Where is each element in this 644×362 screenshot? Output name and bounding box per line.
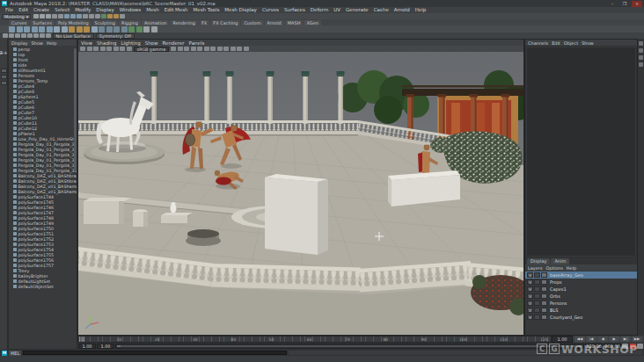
cube-icon[interactable] — [17, 26, 23, 33]
menu-item[interactable]: Curves — [260, 7, 282, 13]
super-ellipse-icon[interactable] — [69, 26, 75, 33]
layer-visibility-toggle[interactable]: V — [527, 279, 533, 286]
shadows-display-icon[interactable] — [113, 47, 119, 52]
channel-box-panel[interactable]: ChannelsEditObjectShow DisplayAnim Layer… — [524, 39, 638, 336]
layer-visibility-toggle[interactable]: V — [527, 286, 533, 293]
step-back-key-button[interactable]: |◀ — [586, 337, 596, 343]
film-gate-icon[interactable] — [223, 47, 229, 52]
layer-playback-toggle[interactable] — [534, 279, 540, 286]
wireframe-icon[interactable] — [9, 33, 14, 39]
symmetry-selector[interactable]: Symmetry: Off — [96, 33, 135, 39]
viewport-menu-item[interactable]: Panels — [189, 40, 205, 46]
sphere-icon[interactable] — [9, 26, 15, 33]
viewport-menu-item[interactable]: Renderer — [162, 40, 184, 46]
menu-item[interactable]: Arnold — [392, 7, 413, 13]
bevel-icon[interactable] — [136, 26, 143, 33]
step-back-frame-button[interactable]: ◀ — [597, 337, 608, 343]
screen-space-ao-icon[interactable] — [40, 33, 45, 39]
live-surface-selector[interactable]: No Live Surface — [53, 33, 94, 39]
make-live-icon[interactable] — [101, 14, 106, 19]
shaded-icon[interactable] — [15, 33, 20, 39]
render-view-icon[interactable] — [107, 14, 113, 19]
outliner-item[interactable]: Balcony_DAZ_v01_BAShbranch_2012 — [9, 178, 77, 184]
animation-end-field[interactable]: 200.00 — [604, 344, 621, 350]
viewport-menu-item[interactable]: Lighting — [121, 40, 140, 46]
layer-color-swatch[interactable] — [541, 300, 547, 307]
menu-item[interactable]: Edit — [16, 7, 31, 13]
layer-color-swatch[interactable] — [541, 308, 547, 314]
menu-item[interactable]: Generate — [343, 7, 371, 13]
gate-mask-icon[interactable] — [191, 47, 196, 52]
motion-blur-icon[interactable] — [46, 33, 51, 39]
textured-display-icon[interactable] — [100, 47, 106, 52]
menu-item[interactable]: Mesh Tools — [191, 7, 223, 13]
minimize-button[interactable]: – — [607, 1, 618, 7]
plane-icon[interactable] — [47, 26, 53, 33]
playback-end-field[interactable]: 120.00 — [585, 344, 603, 350]
layer-color-swatch[interactable] — [541, 279, 547, 286]
display-layer-row[interactable]: V Courtyard_Geo — [525, 314, 637, 321]
display-layer-row[interactable]: V Capes1 — [525, 286, 637, 293]
menu-item[interactable]: Cache — [371, 7, 392, 13]
outliner-item[interactable]: Pergola_Day_01_Pergola_33095 — [9, 163, 77, 168]
layer-visibility-toggle[interactable]: V — [527, 293, 533, 300]
outliner-item[interactable]: Balcony_DAZ_v01_BAShbranch_4578_ret — [9, 173, 77, 178]
helix-icon[interactable] — [77, 26, 83, 33]
close-button[interactable]: × — [632, 1, 642, 7]
modeling-toolkit-tab-icon[interactable] — [639, 62, 643, 67]
menu-item[interactable]: Create — [31, 7, 52, 13]
time-slider[interactable]: 1102030405060708090100110120 — [77, 336, 552, 343]
outliner-item[interactable]: Pergola_Day_01_Pergola_33092 — [9, 168, 77, 173]
current-frame-field[interactable]: 1.00 — [552, 336, 573, 343]
go-to-end-button[interactable]: ▶▶ — [632, 337, 642, 343]
outliner-menu-item[interactable]: Show — [31, 40, 43, 46]
renderer-select-icon[interactable] — [80, 47, 85, 52]
layer-playback-toggle[interactable] — [534, 300, 540, 307]
disc-icon[interactable] — [54, 26, 60, 33]
viewport-menu-item[interactable]: Show — [145, 40, 158, 46]
grease-pencil-icon[interactable] — [210, 47, 216, 52]
outliner-item[interactable]: Balcony_DAZ_v01_BAShammock_46503 — [9, 189, 77, 194]
channel-box-menu-item[interactable]: Object — [564, 40, 578, 46]
extract-icon[interactable] — [128, 26, 135, 33]
layer-editor-tab[interactable]: Display — [527, 258, 550, 264]
lights-icon[interactable] — [27, 33, 33, 39]
separate-icon[interactable] — [121, 26, 128, 33]
maximize-button[interactable]: ❐ — [619, 1, 630, 7]
channel-box-menu-item[interactable]: Edit — [552, 40, 560, 46]
layer-playback-toggle[interactable] — [534, 293, 540, 300]
select-by-hierarchy-icon[interactable] — [64, 14, 70, 19]
single-pane-layout-icon[interactable] — [1, 69, 7, 73]
outliner-item[interactable]: Pergola_Day_01_Pergola_33094 — [9, 141, 77, 147]
playback-start-field[interactable]: 1.00 — [97, 344, 114, 350]
torus-icon[interactable] — [39, 26, 45, 33]
outliner-scrollbar[interactable] — [74, 48, 77, 171]
layer-editor-menu-item[interactable]: Help — [567, 265, 576, 271]
four-pane-layout-icon[interactable] — [1, 75, 7, 79]
round-planter[interactable] — [186, 229, 221, 246]
layer-editor-tab[interactable]: Anim — [551, 258, 569, 264]
select-by-object-icon[interactable] — [70, 14, 76, 19]
menu-item[interactable]: Edit Mesh — [162, 7, 191, 13]
layer-color-swatch[interactable] — [541, 315, 547, 321]
layer-playback-toggle[interactable] — [534, 315, 540, 321]
persp-outliner-layout-icon[interactable] — [1, 81, 7, 85]
ambient-occlusion-icon[interactable] — [120, 47, 125, 52]
soccer-ball-icon[interactable] — [91, 26, 98, 33]
new-scene-icon[interactable] — [33, 14, 39, 19]
menu-item[interactable]: Select — [52, 7, 72, 13]
exposure-icon[interactable] — [237, 47, 242, 52]
display-layer-row[interactable]: V Persons — [525, 300, 637, 307]
ipr-render-icon[interactable] — [113, 14, 119, 19]
layer-visibility-toggle[interactable]: V — [527, 272, 533, 279]
grid-toggle-icon[interactable] — [3, 33, 8, 39]
field-chart-icon[interactable] — [178, 47, 183, 52]
menu-item[interactable]: File — [3, 7, 16, 13]
shadows-icon[interactable] — [33, 33, 39, 39]
outliner-item[interactable]: Pergola_Day_01_Pergola_33087 — [9, 152, 77, 157]
multi-cut-icon[interactable] — [151, 26, 157, 33]
anti-aliasing-icon[interactable] — [127, 47, 132, 52]
attribute-editor-tab-icon[interactable] — [639, 41, 643, 46]
outliner-item[interactable]: Balcony_DAZ_v01_BAShammock_46510 — [9, 184, 77, 189]
platonic-solid-icon[interactable] — [62, 26, 68, 33]
